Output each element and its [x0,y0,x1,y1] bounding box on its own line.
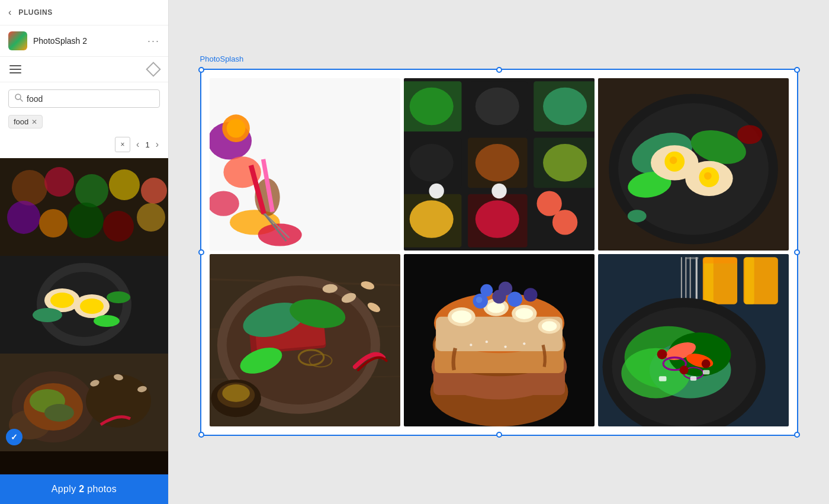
photo-item-4[interactable] [0,451,168,474]
search-icon [15,94,23,104]
svg-point-0 [15,94,21,99]
svg-point-162 [679,365,688,374]
photo-item-1[interactable] [0,158,168,256]
tag-label: food [14,117,28,126]
svg-point-133 [480,284,493,296]
svg-point-127 [541,321,556,331]
tag-food: food ✕ [8,115,43,129]
collage-cell-1 [210,78,400,251]
sidebar: ‹ PLUGINS PhotoSplash 2 ··· food [0,0,169,504]
tag-remove-button[interactable]: ✕ [31,118,37,126]
svg-point-18 [50,293,74,308]
svg-point-21 [33,308,62,322]
photo-3-image [0,354,168,451]
svg-point-59 [409,87,453,124]
svg-point-73 [475,200,519,237]
svg-point-134 [498,281,512,295]
photo-collage [200,69,798,436]
menu-icon[interactable] [9,65,21,73]
svg-point-161 [701,359,710,368]
svg-point-61 [475,87,519,124]
svg-rect-144 [744,257,754,304]
photo-2-image [0,256,168,354]
svg-point-123 [515,308,533,319]
svg-rect-165 [702,370,709,374]
prev-page-button[interactable]: ‹ [135,138,140,151]
search-input[interactable] [27,94,153,104]
svg-point-90 [737,125,762,144]
canvas-frame: PhotoSplash [200,69,798,436]
plugin-icon-graphic [8,31,27,50]
svg-rect-13 [0,158,168,256]
plugins-title: PLUGINS [18,8,53,17]
pagination-row: × ‹ 1 › [0,134,168,158]
svg-point-20 [80,298,104,314]
svg-point-71 [409,200,453,237]
collage-cell-2 [404,78,595,251]
svg-point-75 [552,210,577,235]
photo-item-2[interactable] [0,256,168,354]
svg-rect-163 [658,376,666,381]
svg-point-76 [429,183,444,198]
svg-point-56 [226,118,245,137]
photo-item-3[interactable]: ✓ [0,354,168,451]
photo-selected-indicator: ✓ [6,429,23,445]
next-page-button[interactable]: › [155,138,160,151]
svg-point-109 [222,384,250,402]
svg-rect-149 [686,257,698,259]
svg-point-121 [451,310,471,323]
more-options-button[interactable]: ··· [147,35,160,47]
photo-grid: ✓ [0,158,168,474]
photo-4-image [0,451,168,474]
collage-cell-4 [210,254,400,426]
apply-count: 2 [79,484,84,494]
photo-1-image [0,158,168,256]
page-x-button[interactable]: × [115,137,130,152]
svg-point-69 [543,144,587,181]
svg-rect-164 [690,376,696,380]
svg-point-160 [657,349,667,359]
svg-point-129 [475,296,482,303]
svg-point-23 [94,315,120,327]
svg-point-67 [475,144,519,181]
canvas-label: PhotoSplash [200,54,244,63]
sidebar-tools [0,57,168,82]
svg-point-50 [258,223,301,246]
search-box [8,89,160,108]
svg-rect-142 [702,257,737,264]
svg-point-22 [107,291,130,303]
plugin-name: PhotoSplash 2 [33,36,142,46]
svg-rect-43 [0,451,168,474]
collage-cell-5 [404,254,595,426]
svg-point-135 [470,344,472,346]
diamond-icon[interactable] [146,62,160,76]
svg-point-136 [485,341,487,343]
svg-point-125 [487,301,505,313]
collage-cell-3 [598,78,789,251]
tags-row: food ✕ [0,113,168,134]
svg-point-77 [491,183,506,198]
svg-point-65 [409,144,453,181]
svg-line-1 [21,99,23,102]
svg-point-86 [669,156,677,164]
apply-photos-button[interactable]: Apply 2 photos [0,474,168,504]
svg-point-91 [627,210,646,222]
svg-rect-141 [703,257,713,304]
plugins-header: ‹ PLUGINS [0,0,168,25]
svg-point-137 [504,345,506,348]
page-number: 1 [145,140,149,149]
main-canvas: PhotoSplash [169,0,829,504]
svg-rect-34 [0,354,168,451]
svg-point-63 [543,87,587,124]
plugin-row: PhotoSplash 2 ··· [0,25,168,57]
back-button[interactable]: ‹ [8,7,11,18]
plugin-icon [8,31,27,50]
collage-cell-6 [598,254,789,426]
svg-point-138 [523,342,525,345]
svg-point-89 [703,172,711,179]
svg-point-132 [523,288,537,301]
